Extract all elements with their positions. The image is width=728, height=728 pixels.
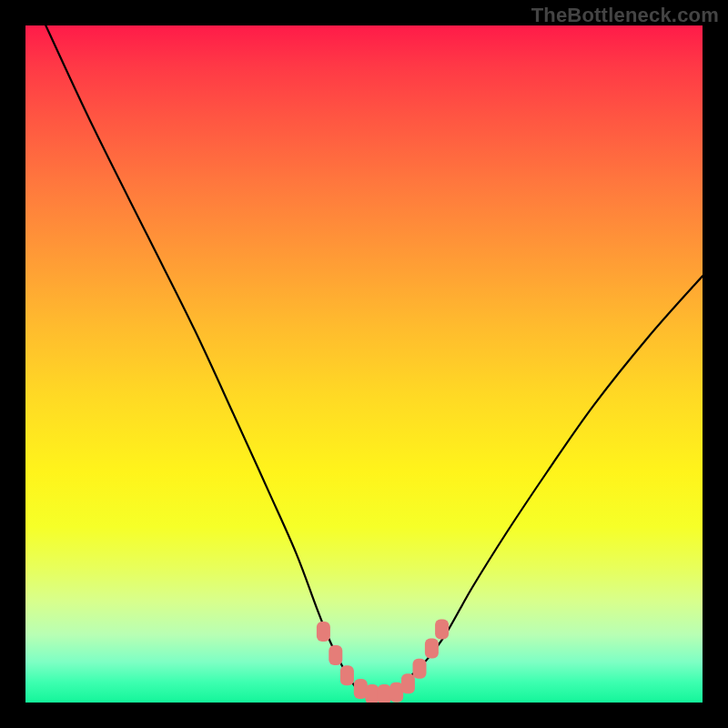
trough-marker xyxy=(365,684,379,703)
trough-marker xyxy=(413,659,427,679)
trough-marker xyxy=(329,645,342,665)
plot-area xyxy=(25,25,703,703)
trough-marker xyxy=(340,665,354,685)
trough-marker xyxy=(317,622,330,642)
trough-markers xyxy=(317,620,449,703)
trough-marker xyxy=(435,620,449,640)
bottleneck-curve xyxy=(46,25,703,697)
curve-layer xyxy=(25,25,703,703)
trough-marker xyxy=(425,639,439,659)
chart-frame: TheBottleneck.com xyxy=(0,0,728,728)
trough-marker xyxy=(378,684,391,703)
watermark-text: TheBottleneck.com xyxy=(531,4,719,27)
trough-marker xyxy=(401,673,415,693)
